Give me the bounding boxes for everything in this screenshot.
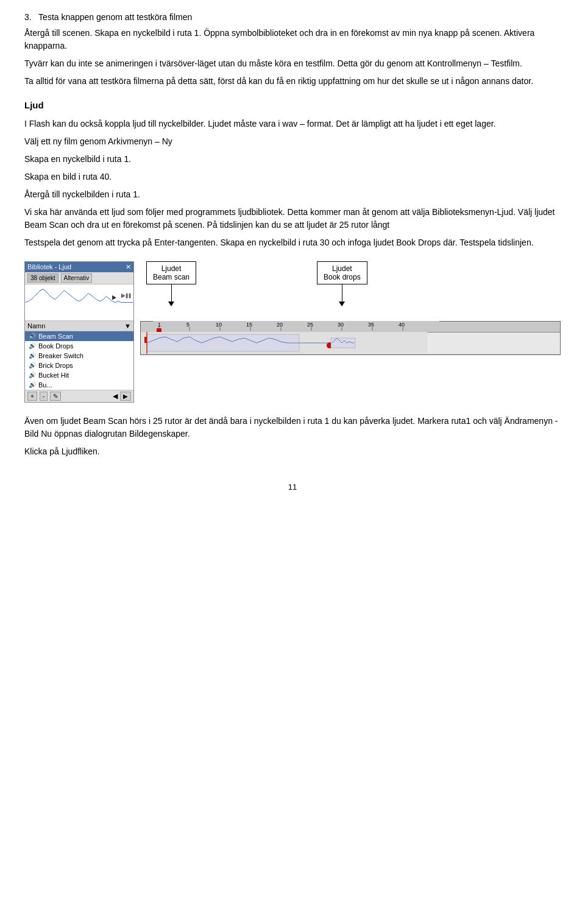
ljud-title: Ljud: [24, 99, 561, 113]
lib-footer-btn2[interactable]: -: [40, 392, 48, 401]
library-count: 38 objekt: [27, 273, 58, 283]
svg-text:5: 5: [186, 322, 190, 328]
lib-item-label-bucket-hit: Bucket Hit: [38, 372, 69, 379]
annotation-book-drops-arrow: [339, 302, 345, 306]
annotation-beam-scan: Ljudet Beam scan: [146, 261, 196, 284]
library-toolbar: 38 objekt Alternativ: [25, 272, 133, 284]
svg-text:1: 1: [158, 322, 161, 328]
annotation-book-drops-line2: Book drops: [324, 273, 361, 281]
ljud-para-7: Testspela det genom att trycka på Enter-…: [24, 236, 561, 249]
svg-text:10: 10: [216, 322, 222, 328]
waveform-preview: [25, 284, 133, 321]
heading-3: 3. Testa knappen genom att testköra film…: [24, 12, 561, 22]
sound-icon-bu: 🔊: [29, 381, 36, 388]
library-list: 🔊 Beam Scan 🔊 Book Drops 🔊 Breaker Switc…: [25, 331, 133, 390]
lib-footer-btn5[interactable]: ▶: [120, 392, 131, 401]
svg-text:15: 15: [246, 322, 252, 328]
svg-text:40: 40: [399, 322, 405, 328]
ljud-para-1: I Flash kan du också koppla ljud till ny…: [24, 118, 561, 130]
annotation-beam-scan-line2: Beam scan: [153, 273, 190, 281]
ljud-para-5: Återgå till nyckelbilden i ruta 1.: [24, 188, 561, 201]
sound-icon-beam-scan: 🔊: [29, 333, 36, 339]
page-number: 11: [24, 482, 561, 492]
library-title: Bibliotek - Ljud: [27, 263, 71, 270]
lib-item-bu[interactable]: 🔊 Bu...: [25, 380, 133, 390]
lib-item-label-bu: Bu...: [38, 381, 52, 389]
lib-footer-btn1[interactable]: +: [27, 392, 37, 401]
list-header-label: Namn: [27, 322, 45, 330]
library-alt-btn[interactable]: Alternativ: [61, 273, 93, 283]
timeline-container: Ljudet Beam scan Ljudet Book drops: [140, 261, 561, 355]
svg-text:35: 35: [368, 322, 374, 328]
svg-rect-28: [147, 334, 299, 351]
sound-icon-breaker-switch: 🔊: [29, 352, 36, 359]
paragraph-1: Återgå till scenen. Skapa en nyckelbild …: [24, 27, 561, 52]
track-svg: [141, 332, 427, 354]
svg-text:25: 25: [307, 322, 313, 328]
lib-item-book-drops[interactable]: 🔊 Book Drops: [25, 341, 133, 351]
svg-text:20: 20: [277, 322, 283, 328]
timeline-ruler: 1 5 10 15 20 25 30 35 40: [141, 322, 560, 333]
waveform-svg: [25, 284, 133, 320]
lib-item-brick-drops[interactable]: 🔊 Brick Drops: [25, 361, 133, 370]
sound-icon-brick-drops: 🔊: [29, 362, 36, 369]
library-footer: + - ✎ ◀ ▶: [25, 390, 133, 402]
lib-item-breaker-switch[interactable]: 🔊 Breaker Switch: [25, 351, 133, 361]
ljud-para-3: Skapa en nyckelbild i ruta 1.: [24, 153, 561, 166]
annotation-book-drops-line: [342, 284, 342, 302]
annotation-book-drops: Ljudet Book drops: [317, 261, 367, 284]
ruler-svg: 1 5 10 15 20 25 30 35 40: [153, 321, 439, 332]
lib-footer-btn4[interactable]: ◀: [113, 392, 118, 400]
svg-rect-5: [153, 321, 439, 332]
lib-item-label-breaker-switch: Breaker Switch: [38, 352, 83, 359]
timeline-track: [141, 333, 560, 354]
annotation-beam-scan-line1: Ljudet: [153, 264, 190, 273]
library-close-icon[interactable]: ✕: [126, 263, 131, 271]
lib-item-label-beam-scan: Beam Scan: [38, 333, 73, 340]
annotation-beam-scan-arrow: [168, 302, 174, 306]
ljud-para-6: Vi ska här använda ett ljud som följer m…: [24, 206, 561, 231]
lib-footer-btn3[interactable]: ✎: [50, 392, 61, 401]
library-panel: Bibliotek - Ljud ✕ 38 objekt Alternativ: [24, 261, 134, 403]
lib-item-beam-scan[interactable]: 🔊 Beam Scan: [25, 331, 133, 341]
ljud-section: Ljud I Flash kan du också koppla ljud ti…: [24, 99, 561, 249]
svg-rect-2: [126, 293, 128, 298]
lib-item-bucket-hit[interactable]: 🔊 Bucket Hit: [25, 370, 133, 380]
list-sort-icon[interactable]: ▼: [124, 322, 131, 330]
paragraph-3: Ta alltid för vana att testköra filmerna…: [24, 75, 561, 88]
ljud-para-4: Skapa en bild i ruta 40.: [24, 171, 561, 183]
svg-rect-3: [129, 293, 131, 298]
closing-para-1: Även om ljudet Beam Scan hörs i 25 rutor…: [24, 415, 561, 440]
annotation-beam-scan-line: [171, 284, 172, 302]
paragraph-2: Tyvärr kan du inte se animeringen i tvär…: [24, 57, 561, 70]
timeline-wrapper: 1 5 10 15 20 25 30 35 40: [140, 321, 561, 355]
sound-icon-bucket-hit: 🔊: [29, 372, 36, 378]
list-header: Namn ▼: [25, 321, 133, 331]
lib-item-label-brick-drops: Brick Drops: [38, 362, 73, 369]
svg-text:30: 30: [338, 322, 344, 328]
ljud-para-2: Välj ett ny film genom Arkivmenyn – Ny: [24, 135, 561, 148]
lib-item-label-book-drops: Book Drops: [38, 342, 73, 350]
sound-icon-book-drops: 🔊: [29, 342, 36, 349]
diagram-area: Bibliotek - Ljud ✕ 38 objekt Alternativ: [24, 261, 561, 403]
svg-rect-30: [331, 338, 355, 348]
annotation-book-drops-line1: Ljudet: [324, 264, 361, 273]
closing-para-2: Klicka på Ljudfliken.: [24, 445, 561, 458]
library-title-bar: Bibliotek - Ljud ✕: [25, 262, 133, 272]
